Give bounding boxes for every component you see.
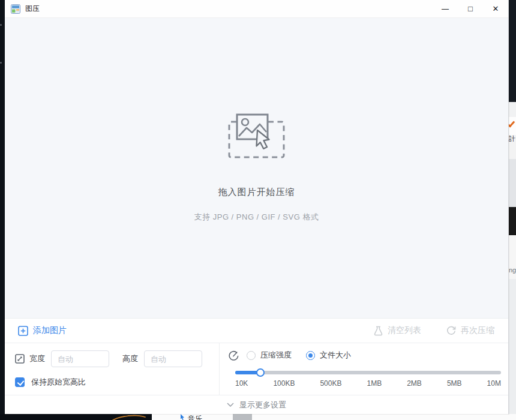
clear-list-button[interactable]: 清空列表 bbox=[374, 325, 421, 336]
bg-music-label: 音乐 bbox=[188, 414, 202, 420]
dropzone-main-text: 拖入图片开始压缩 bbox=[218, 187, 295, 198]
slider-handle[interactable] bbox=[256, 368, 265, 377]
background-music-item: 音乐 bbox=[180, 414, 202, 420]
add-images-label: 添加图片 bbox=[33, 325, 67, 336]
keep-aspect-label: 保持原始宽高比 bbox=[31, 377, 86, 388]
orange-check-icon bbox=[509, 120, 515, 128]
minimize-button[interactable]: — bbox=[433, 0, 458, 18]
background-window-right-edge: 計 ng bbox=[509, 0, 516, 420]
image-dropzone[interactable]: 拖入图片开始压缩 支持 JPG / PNG / GIF / SVG 格式 bbox=[5, 18, 508, 318]
window-title: 图压 bbox=[25, 4, 40, 14]
height-label: 高度 bbox=[122, 353, 138, 364]
slider-track[interactable] bbox=[235, 371, 501, 374]
background-light-block bbox=[509, 279, 516, 420]
cursor-icon bbox=[180, 414, 185, 420]
background-orange-curve bbox=[107, 414, 151, 420]
background-bottom-dark bbox=[0, 414, 152, 420]
bg-text: 計 bbox=[509, 135, 515, 142]
mode-row: 压缩强度 文件大小 bbox=[228, 350, 501, 361]
slider-tick-label: 10K bbox=[235, 379, 248, 388]
desktop-speck bbox=[0, 62, 2, 64]
bg-text: ng bbox=[509, 266, 516, 274]
show-more-label: 显示更多设置 bbox=[239, 400, 286, 410]
compression-strength-label: 压缩强度 bbox=[260, 350, 292, 361]
background-text-block: ng bbox=[509, 235, 516, 279]
app-window: 图压 — □ ✕ 拖入图片开始压缩 支持 JPG / PNG / GIF / S… bbox=[5, 0, 509, 414]
add-plus-icon bbox=[18, 326, 28, 336]
aspect-ratio-row: 保持原始宽高比 bbox=[15, 377, 219, 388]
clear-list-label: 清空列表 bbox=[388, 325, 421, 336]
desktop-background: 計 ng 音乐 图压 — bbox=[0, 0, 516, 420]
compress-again-button[interactable]: 再次压缩 bbox=[446, 325, 494, 336]
show-more-settings[interactable]: 显示更多设置 bbox=[5, 395, 508, 414]
slider-tick-label: 1MB bbox=[367, 379, 382, 388]
width-label: 宽度 bbox=[29, 353, 45, 364]
dimensions-row: 宽度 高度 bbox=[15, 350, 219, 367]
file-size-radio[interactable] bbox=[306, 351, 315, 360]
close-button[interactable]: ✕ bbox=[483, 0, 508, 18]
refresh-icon bbox=[446, 326, 456, 335]
background-light-block bbox=[509, 159, 516, 207]
title-bar: 图压 — □ ✕ bbox=[5, 0, 508, 18]
file-size-slider[interactable] bbox=[235, 368, 501, 377]
background-text-fragment: 計 bbox=[509, 135, 516, 159]
add-images-button[interactable]: 添加图片 bbox=[18, 325, 67, 336]
slider-scale-labels: 10K 100KB 500KB 1MB 2MB 5MB 10M bbox=[235, 379, 501, 388]
app-logo-icon bbox=[11, 4, 20, 14]
settings-panel: 宽度 高度 保持原始宽高比 bbox=[5, 343, 508, 395]
dimensions-section: 宽度 高度 保持原始宽高比 bbox=[5, 343, 220, 395]
slider-tick-label: 10M bbox=[487, 379, 501, 388]
background-scrollbar bbox=[233, 414, 252, 420]
background-dark-block bbox=[509, 0, 516, 102]
width-input[interactable] bbox=[51, 350, 109, 367]
chevron-down-icon bbox=[227, 403, 234, 407]
slider-tick-label: 2MB bbox=[407, 379, 422, 388]
dropzone-format-text: 支持 JPG / PNG / GIF / SVG 格式 bbox=[194, 212, 319, 223]
resize-icon bbox=[15, 354, 25, 364]
height-input[interactable] bbox=[144, 350, 202, 367]
file-size-label: 文件大小 bbox=[320, 350, 351, 361]
maximize-button[interactable]: □ bbox=[458, 0, 483, 18]
slider-tick-label: 100KB bbox=[273, 379, 295, 388]
slider-tick-label: 500KB bbox=[320, 379, 341, 388]
background-checkmark-block bbox=[509, 117, 516, 135]
gauge-icon bbox=[228, 350, 239, 361]
compress-again-label: 再次压缩 bbox=[461, 325, 494, 336]
drop-image-icon bbox=[228, 113, 285, 160]
clear-flask-icon bbox=[374, 326, 383, 336]
slider-tick-label: 5MB bbox=[447, 379, 462, 388]
compression-section: 压缩强度 文件大小 10K 100KB 500KB 1MB 2MB 5MB 1 bbox=[220, 343, 508, 395]
compression-strength-radio[interactable] bbox=[247, 351, 256, 360]
background-bottom-window: 音乐 bbox=[152, 414, 516, 420]
background-image-block bbox=[509, 207, 516, 235]
background-light-block bbox=[509, 102, 516, 117]
keep-aspect-checkbox[interactable] bbox=[15, 377, 25, 387]
toolbar: 添加图片 清空列表 再次压缩 bbox=[5, 318, 508, 343]
desktop-speck bbox=[0, 24, 2, 26]
